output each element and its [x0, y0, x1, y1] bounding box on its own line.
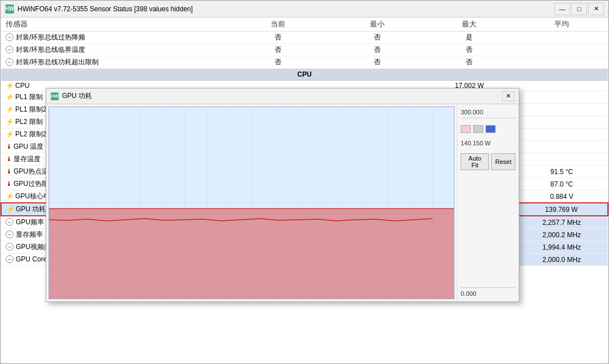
popup-close-button[interactable]: ✕ — [502, 91, 514, 101]
swatch-2[interactable] — [473, 125, 483, 133]
title-bar: HW HWiNFO64 v7.72-5355 Sensor Status [39… — [1, 1, 608, 17]
minus-icon: − — [6, 218, 14, 226]
col-header-avg: 平均 — [515, 17, 608, 32]
col-header-current: 当前 — [226, 17, 331, 32]
maximize-button[interactable]: □ — [571, 3, 587, 15]
lightning-icon: ⚡ — [6, 130, 14, 138]
chart-y-mid: 140.150 W — [461, 140, 515, 147]
table-row: −封装/环形总线过热降频 否 否 是 — [1, 32, 608, 44]
thermo-icon: 🌡 — [6, 143, 12, 150]
lightning-icon: ⚡ — [6, 105, 14, 113]
svg-rect-5 — [49, 208, 454, 299]
lightning-icon: ⚡ — [6, 205, 15, 213]
popup-title: GPU 功耗 — [62, 91, 502, 101]
reset-button[interactable]: Reset — [491, 153, 515, 170]
minus-icon: − — [6, 33, 14, 41]
app-icon: HW — [5, 5, 14, 14]
chart-y-max: 300.000 — [461, 109, 515, 118]
minus-icon: − — [6, 230, 14, 238]
lightning-icon: ⚡ — [6, 118, 14, 126]
popup-app-icon: HW — [51, 92, 59, 100]
chart-panel: 300.000 140.150 W Auto Fit Reset 0.000 — [457, 104, 519, 301]
window-title: HWiNFO64 v7.72-5355 Sensor Status [398 v… — [17, 5, 554, 13]
section-row-cpu: CPU — [1, 69, 608, 81]
table-row: −封装/环形总线功耗超出限制 否 否 否 — [1, 56, 608, 69]
gpu-power-popup: HW GPU 功耗 ✕ — [46, 88, 519, 302]
chart-buttons: Auto Fit Reset — [461, 153, 515, 170]
col-header-sensor: 传感器 — [1, 17, 226, 32]
minimize-button[interactable]: — — [554, 3, 570, 15]
swatch-3[interactable] — [486, 125, 496, 133]
minus-icon: − — [6, 46, 14, 54]
lightning-icon: ⚡ — [6, 93, 14, 101]
chart-area — [48, 106, 454, 299]
table-row: −封装/环形总线临界温度 否 否 否 — [1, 44, 608, 56]
lightning-icon: ⚡ — [6, 192, 14, 200]
autofit-button[interactable]: Auto Fit — [461, 153, 489, 170]
thermo-icon: 🌡 — [6, 180, 12, 188]
window-controls: — □ ✕ — [554, 3, 604, 15]
lightning-icon: ⚡ — [6, 82, 14, 90]
thermo-icon: 🌡 — [6, 167, 12, 175]
minus-icon: − — [6, 255, 14, 263]
chart-y-min: 0.000 — [461, 287, 515, 297]
col-header-min: 最小 — [331, 17, 423, 32]
popup-title-bar: HW GPU 功耗 ✕ — [46, 88, 519, 104]
col-header-max: 最大 — [423, 17, 516, 32]
main-window: HW HWiNFO64 v7.72-5355 Sensor Status [39… — [0, 0, 609, 364]
close-button[interactable]: ✕ — [588, 3, 604, 15]
swatch-1[interactable] — [461, 125, 471, 133]
minus-icon: − — [6, 243, 14, 251]
minus-icon: − — [6, 58, 14, 66]
color-swatches — [461, 125, 515, 133]
thermo-icon: 🌡 — [6, 155, 12, 163]
popup-content: 300.000 140.150 W Auto Fit Reset 0.000 — [46, 104, 519, 301]
chart-svg — [49, 107, 454, 299]
